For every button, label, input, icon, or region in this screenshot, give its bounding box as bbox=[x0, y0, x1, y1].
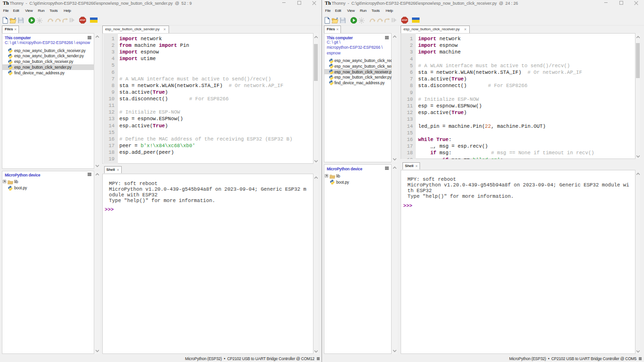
svg-text:STOP: STOP bbox=[402, 19, 407, 21]
svg-text:STOP: STOP bbox=[80, 19, 85, 21]
